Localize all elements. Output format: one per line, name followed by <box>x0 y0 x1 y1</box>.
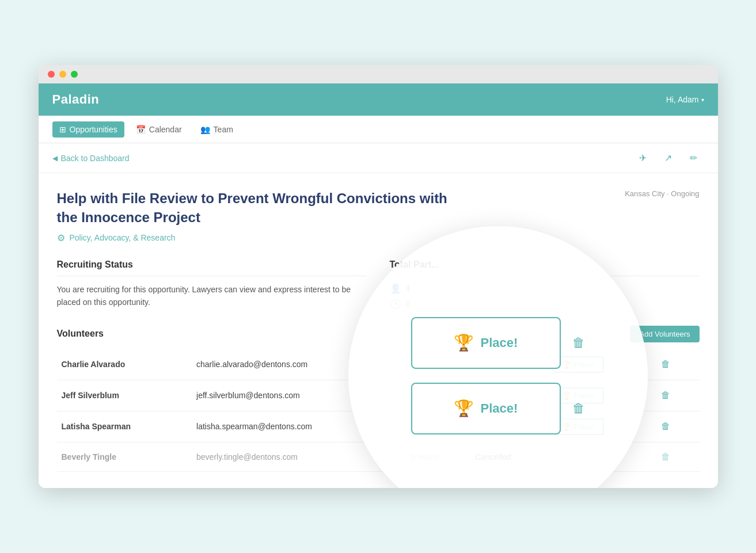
two-col-section: Recruiting Status You are recruiting for… <box>57 260 700 310</box>
volunteers-header: Volunteers Add Volunteers <box>57 326 700 342</box>
volunteer-email: charlie.alvarado@dentons.com <box>192 349 407 380</box>
volunteer-actions: 🏆 Place! <box>548 349 652 380</box>
browser-window: Paladin Hi, Adam ▾ ⊞ Opportunities 📅 Cal… <box>39 65 718 488</box>
main-content: Help with File Review to Prevent Wrongfu… <box>39 173 718 488</box>
greeting-text: Hi, Adam <box>666 95 699 104</box>
volunteer-hours: 0 Hours <box>407 442 471 471</box>
delete-button[interactable]: 🗑 <box>656 388 675 403</box>
stat-row-time: 🕐 0 <box>390 299 700 310</box>
delete-cell: 🗑 <box>652 380 699 411</box>
export-icon: ↗ <box>664 152 672 163</box>
volunteer-actions: 🏆 Place! <box>548 411 652 442</box>
volunteer-name: Beverly Tingle <box>57 442 192 471</box>
trophy-icon: 🏆 <box>562 360 571 369</box>
back-to-dashboard[interactable]: ◀ Back to Dashboard <box>52 154 130 163</box>
team-icon: 👥 <box>200 125 210 134</box>
action-icons: ✈ ↗ ✏ <box>633 148 704 169</box>
category-label: Policy, Advocacy, & Research <box>70 233 176 242</box>
nav-tab-calendar[interactable]: 📅 Calendar <box>129 121 189 138</box>
user-greeting[interactable]: Hi, Adam ▾ <box>666 95 704 104</box>
volunteers-title: Volunteers <box>57 329 104 339</box>
delete-cell: 🗑 <box>652 442 699 471</box>
opportunity-title: Help with File Review to Prevent Wrongfu… <box>57 189 460 227</box>
chevron-down-icon: ▾ <box>701 97 704 103</box>
back-bar: ◀ Back to Dashboard ✈ ↗ ✏ <box>39 143 718 173</box>
volunteer-hours: 0 h <box>407 380 471 411</box>
recruiting-status-title: Recruiting Status <box>57 260 367 276</box>
add-volunteers-button[interactable]: Add Volunteers <box>630 326 699 342</box>
edit-icon: ✏ <box>690 152 697 163</box>
volunteer-status <box>470 411 548 442</box>
stat-row-people: 👤 4 <box>390 283 700 294</box>
place-label: Place! <box>574 391 595 400</box>
volunteer-actions: 🏆 Place! <box>548 380 652 411</box>
send-icon: ✈ <box>639 152 647 163</box>
edit-button[interactable]: ✏ <box>683 148 704 169</box>
delete-button[interactable]: 🗑 <box>656 419 675 434</box>
back-arrow-icon: ◀ <box>52 154 58 162</box>
volunteers-table: Charlie Alvarado charlie.alvarado@denton… <box>57 349 700 472</box>
volunteer-email: beverly.tingle@dentons.com <box>192 442 407 471</box>
category-icon: ⚙ <box>57 232 65 243</box>
sub-nav: ⊞ Opportunities 📅 Calendar 👥 Team <box>39 116 718 143</box>
volunteer-email: jeff.silverblum@dentons.com <box>192 380 407 411</box>
calendar-label: Calendar <box>149 125 182 134</box>
volunteer-status <box>470 380 548 411</box>
stat-time-value: 0 <box>406 299 411 308</box>
total-participants-title: Total Part... <box>390 260 700 276</box>
recruiting-status-body: You are recruiting for this opportunity.… <box>57 283 367 309</box>
opportunity-category: ⚙ Policy, Advocacy, & Research <box>57 232 460 243</box>
table-row: Jeff Silverblum jeff.silverblum@dentons.… <box>57 380 700 411</box>
top-nav: Paladin Hi, Adam ▾ <box>39 83 718 116</box>
table-row: Beverly Tingle beverly.tingle@dentons.co… <box>57 442 700 471</box>
browser-chrome <box>39 65 718 83</box>
time-icon: 🕐 <box>390 299 401 310</box>
nav-tab-opportunities[interactable]: ⊞ Opportunities <box>52 121 124 138</box>
stats-list: 👤 4 🕐 0 <box>390 283 700 310</box>
place-label: Place! <box>574 360 595 369</box>
table-row: Charlie Alvarado charlie.alvarado@denton… <box>57 349 700 380</box>
place-button[interactable]: 🏆 Place! <box>553 356 604 373</box>
browser-dot-yellow <box>59 71 66 78</box>
place-button[interactable]: 🏆 Place! <box>553 418 604 435</box>
back-label: Back to Dashboard <box>61 154 130 163</box>
volunteer-hours <box>407 349 471 380</box>
trophy-icon: 🏆 <box>562 391 571 400</box>
volunteer-actions <box>548 442 652 471</box>
volunteer-name: Jeff Silverblum <box>57 380 192 411</box>
delete-cell: 🗑 <box>652 349 699 380</box>
nav-tab-team[interactable]: 👥 Team <box>193 121 240 138</box>
browser-dot-green <box>71 71 78 78</box>
table-row: Latisha Spearman latisha.spearman@denton… <box>57 411 700 442</box>
volunteer-hours: 5 Hours <box>407 411 471 442</box>
stat-people-value: 4 <box>406 284 411 293</box>
recruiting-status-section: Recruiting Status You are recruiting for… <box>57 260 367 310</box>
place-button[interactable]: 🏆 Place! <box>553 387 604 404</box>
volunteer-email: latisha.spearman@dentons.com <box>192 411 407 442</box>
app-logo: Paladin <box>52 92 100 107</box>
trophy-icon: 🏆 <box>562 422 571 431</box>
calendar-icon: 📅 <box>136 125 146 134</box>
opportunity-location: Kansas City · Ongoing <box>625 189 699 198</box>
volunteer-name: Latisha Spearman <box>57 411 192 442</box>
volunteer-name: Charlie Alvarado <box>57 349 192 380</box>
people-icon: 👤 <box>390 283 401 294</box>
opportunities-label: Opportunities <box>70 125 117 134</box>
team-label: Team <box>214 125 233 134</box>
export-button[interactable]: ↗ <box>658 148 679 169</box>
place-label: Place! <box>574 422 595 431</box>
volunteers-section: Volunteers Add Volunteers Charlie Alvara… <box>57 326 700 472</box>
volunteer-status: Cancelled <box>470 442 548 471</box>
browser-dot-red <box>48 71 55 78</box>
delete-button[interactable]: 🗑 <box>656 449 675 464</box>
delete-cell: 🗑 <box>652 411 699 442</box>
send-button[interactable]: ✈ <box>633 148 654 169</box>
delete-button[interactable]: 🗑 <box>656 357 675 372</box>
opportunities-icon: ⊞ <box>59 125 66 134</box>
volunteer-status <box>470 349 548 380</box>
total-participants-section: Total Part... 👤 4 🕐 0 <box>390 260 700 310</box>
